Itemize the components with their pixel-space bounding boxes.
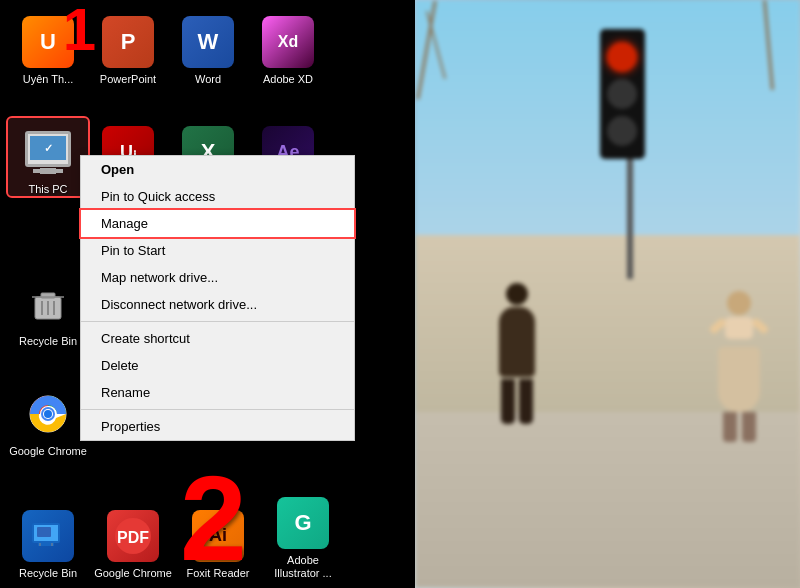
ctx-create-shortcut[interactable]: Create shortcut — [81, 325, 354, 352]
ctx-pin-start[interactable]: Pin to Start — [81, 237, 354, 264]
icon-chrome[interactable]: Google Chrome — [8, 380, 88, 458]
thispc-icon-img: ✓ — [22, 126, 74, 178]
ctx-pin-quick[interactable]: Pin to Quick access — [81, 183, 354, 210]
photo-background — [415, 0, 800, 588]
ctx-map-network[interactable]: Map network drive... — [81, 264, 354, 291]
ultraviewer-label: Recycle Bin — [19, 567, 77, 580]
svg-text:PDF: PDF — [117, 529, 149, 546]
uyenth-label: Uyên Th... — [23, 73, 74, 86]
svg-point-10 — [44, 410, 52, 418]
adobexd-icon-img: Xd — [262, 16, 314, 68]
chrome-label: Google Chrome — [9, 445, 87, 458]
icon-adobexd[interactable]: Xd Adobe XD — [248, 8, 328, 86]
icon-ultraviewer[interactable]: Recycle Bin — [8, 502, 88, 580]
powerpoint-icon-img: P — [102, 16, 154, 68]
grammarly-label: Adobe Illustrator ... — [263, 554, 343, 580]
word-label: Word — [195, 73, 221, 86]
number-one-label: 1 — [63, 0, 96, 60]
ctx-manage[interactable]: Manage — [81, 210, 354, 237]
svg-rect-16 — [37, 527, 51, 537]
photo-panel — [415, 0, 800, 588]
desktop-area: U 1 Uyên Th... P PowerPoint W Word Xd Ad… — [0, 0, 415, 588]
foxit-icon-img: PDF — [107, 510, 159, 562]
icon-recycle[interactable]: Recycle Bin — [8, 270, 88, 348]
ctx-properties[interactable]: Properties — [81, 413, 354, 440]
icon-uyenth[interactable]: U 1 Uyên Th... — [8, 8, 88, 86]
chrome-icon-img — [22, 388, 74, 440]
thispc-label: This PC — [28, 183, 67, 196]
foxit-label: Google Chrome — [94, 567, 172, 580]
powerpoint-label: PowerPoint — [100, 73, 156, 86]
number-two-label: 2 — [180, 458, 247, 578]
context-menu: Open Pin to Quick access Manage Pin to S… — [80, 155, 355, 441]
icon-word[interactable]: W Word — [168, 8, 248, 86]
ctx-separator-1 — [81, 321, 354, 322]
icon-thispc[interactable]: ✓ This PC — [8, 118, 88, 196]
ctx-open[interactable]: Open — [81, 156, 354, 183]
word-icon-img: W — [182, 16, 234, 68]
ctx-separator-2 — [81, 409, 354, 410]
recycle-label: Recycle Bin — [19, 335, 77, 348]
icon-powerpoint[interactable]: P PowerPoint — [88, 8, 168, 86]
ctx-rename[interactable]: Rename — [81, 379, 354, 406]
adobexd-label: Adobe XD — [263, 73, 313, 86]
ultraviewer-icon-img — [22, 510, 74, 562]
icon-foxit[interactable]: PDF Google Chrome — [93, 502, 173, 580]
recycle-icon-img — [22, 278, 74, 330]
ctx-disconnect-network[interactable]: Disconnect network drive... — [81, 291, 354, 318]
icon-grammarly[interactable]: G Adobe Illustrator ... — [263, 489, 343, 580]
grammarly-icon-img: G — [277, 497, 329, 549]
ctx-delete[interactable]: Delete — [81, 352, 354, 379]
